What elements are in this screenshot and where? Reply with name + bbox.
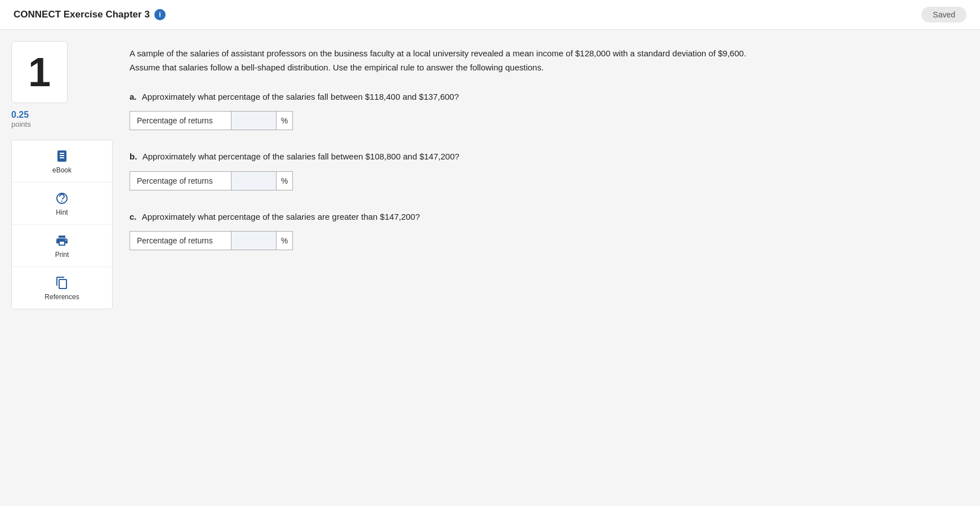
sidebar-item-references[interactable]: References — [12, 267, 112, 309]
sub-label-b: b. — [130, 152, 137, 161]
input-row-b: Percentage of returns % — [130, 171, 957, 190]
sidebar-item-hint[interactable]: Hint — [12, 183, 112, 225]
sub-question-c-header: c. Approximately what percentage of the … — [130, 211, 957, 224]
print-label: Print — [55, 251, 69, 259]
print-icon — [54, 233, 70, 248]
top-bar: CONNECT Exercise Chapter 3 i Saved — [0, 0, 980, 30]
percent-sign-a: % — [276, 111, 293, 130]
sub-question-a-header: a. Approximately what percentage of the … — [130, 91, 957, 104]
saved-button[interactable]: Saved — [921, 7, 966, 23]
sidebar-item-print[interactable]: Print — [12, 225, 112, 267]
info-icon[interactable]: i — [154, 9, 166, 20]
references-label: References — [44, 293, 79, 301]
points-container: 0.25 points — [11, 110, 113, 128]
sub-question-b: b. Approximately what percentage of the … — [130, 150, 957, 190]
input-row-a: Percentage of returns % — [130, 111, 957, 130]
percent-sign-c: % — [276, 231, 293, 250]
sub-label-a: a. — [130, 92, 137, 101]
sub-question-c-text: Approximately what percentage of the sal… — [142, 212, 420, 221]
question-number: 1 — [28, 49, 51, 95]
sub-question-c: c. Approximately what percentage of the … — [130, 211, 957, 251]
input-label-b: Percentage of returns — [130, 171, 231, 190]
main-layout: 1 0.25 points eBook — [0, 30, 980, 321]
input-label-a: Percentage of returns — [130, 111, 231, 130]
sub-question-a-text: Approximately what percentage of the sal… — [142, 92, 459, 101]
sub-question-b-header: b. Approximately what percentage of the … — [130, 150, 957, 163]
question-number-box: 1 — [11, 41, 68, 103]
question-text: A sample of the salaries of assistant pr… — [130, 47, 749, 75]
ebook-label: eBook — [52, 166, 72, 174]
sub-label-c: c. — [130, 212, 137, 221]
hint-icon — [54, 190, 70, 206]
sub-question-b-text: Approximately what percentage of the sal… — [142, 152, 460, 161]
content-area: A sample of the salaries of assistant pr… — [113, 41, 969, 309]
points-label: points — [11, 120, 113, 128]
percentage-input-a[interactable] — [231, 111, 276, 130]
input-label-c: Percentage of returns — [130, 231, 231, 250]
percentage-input-b[interactable] — [231, 171, 276, 190]
sidebar: 1 0.25 points eBook — [11, 41, 113, 309]
percentage-input-c[interactable] — [231, 231, 276, 250]
sidebar-tools: eBook Hint Print — [11, 140, 113, 309]
percent-sign-b: % — [276, 171, 293, 190]
ebook-icon — [54, 148, 70, 164]
sidebar-item-ebook[interactable]: eBook — [12, 140, 112, 183]
hint-label: Hint — [56, 208, 68, 216]
sub-question-a: a. Approximately what percentage of the … — [130, 91, 957, 131]
references-icon — [54, 275, 70, 291]
points-value: 0.25 — [11, 110, 113, 120]
page-title: CONNECT Exercise Chapter 3 — [14, 9, 150, 20]
input-row-c: Percentage of returns % — [130, 231, 957, 250]
top-bar-left: CONNECT Exercise Chapter 3 i — [14, 9, 166, 20]
